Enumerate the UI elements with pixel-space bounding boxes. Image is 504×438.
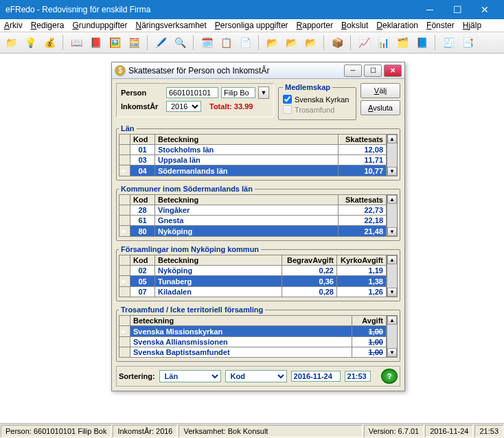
table-row: ▸Svenska Missionskyrkan1,00	[119, 326, 387, 337]
toolbar-icon[interactable]: 📂	[302, 34, 319, 51]
toolbar-icon[interactable]: 📂	[283, 34, 299, 51]
menu-arkiv[interactable]: Arkiv	[4, 21, 23, 30]
status-verksamhet: Verksamhet: Bok Konsult	[179, 425, 362, 437]
toolbar: 📁 💡 💰 📖 📕 🖼️ 🧮 🖊️ 🔍 🗓️ 📋 📄 📂 📂 📂 📦 📈 📊 🗂…	[0, 32, 504, 54]
sort-time[interactable]	[345, 371, 371, 382]
toolbar-icon[interactable]: 📖	[68, 34, 84, 51]
menu-bokslut[interactable]: Bokslut	[341, 21, 368, 30]
menu-bar: Arkiv Redigera Grunduppgifter Näringsver…	[0, 19, 504, 32]
status-bar: Person: 6601010101 Filip Bok InkomstÅr: …	[0, 423, 504, 438]
status-date: 2016-11-24	[425, 425, 473, 437]
toolbar-icon[interactable]: 📦	[329, 34, 345, 51]
valj-button[interactable]: Välj	[360, 83, 400, 98]
toolbar-icon[interactable]: 🧾	[440, 34, 457, 51]
toolbar-icon[interactable]: 💡	[22, 34, 38, 51]
toolbar-icon[interactable]: 🗂️	[394, 34, 411, 51]
kommun-group: Kommuner inom Södermanlands län KodBetec…	[116, 185, 400, 241]
toolbar-icon[interactable]: 📕	[87, 34, 104, 51]
toolbar-icon[interactable]: 🖊️	[152, 34, 169, 51]
app-title: eFRedo - Redovisning för enskild Firma	[5, 5, 416, 14]
menu-naringsverksamhet[interactable]: Näringsverksamhet	[135, 21, 206, 30]
toolbar-icon[interactable]: 🔍	[172, 34, 188, 51]
toolbar-icon[interactable]: 🗓️	[198, 34, 215, 51]
year-label: InkomstÅr	[121, 102, 163, 111]
dialog-title: Skattesatser för Person och InkomstÅr	[128, 66, 342, 76]
table-row: 61Gnesta22,18	[119, 216, 387, 226]
person-dropdown-button[interactable]: ▼	[258, 87, 269, 99]
forsamling-table[interactable]: KodBeteckningBegravAvgiftKyrkoAvgift 02N…	[119, 255, 387, 297]
dialog-minimize[interactable]: ─	[344, 65, 362, 77]
table-row: Svenska Baptistsamfundet1,00	[119, 347, 387, 358]
status-time: 21:53	[474, 425, 503, 437]
trosamfund-legend: Trosamfund / Icke territoriell församlin…	[119, 306, 265, 314]
dialog-close[interactable]: ✕	[384, 65, 402, 77]
table-row: ▸04Södermanlands län10,77	[119, 165, 387, 176]
table-row: ▸05Tunaberg0,361,38	[119, 276, 387, 287]
sort-date[interactable]	[291, 371, 341, 382]
menu-fonster[interactable]: Fönster	[426, 21, 455, 30]
dialog-icon: $	[115, 65, 126, 76]
table-row: 07Kiladalen0,281,26	[119, 287, 387, 297]
trosamfund-table[interactable]: BeteckningAvgift ▸Svenska Missionskyrkan…	[119, 315, 387, 358]
toolbar-icon[interactable]: 📄	[237, 34, 253, 51]
close-button[interactable]: ✕	[471, 0, 499, 19]
table-row: 01Stockholms län12,08	[119, 145, 387, 155]
forsamling-legend: Församlingar inom Nyköping kommun	[119, 245, 261, 253]
forsamling-group: Församlingar inom Nyköping kommun KodBet…	[116, 245, 400, 301]
dialog-titlebar[interactable]: $ Skattesatser för Person och InkomstÅr …	[112, 62, 404, 79]
menu-hjalp[interactable]: Hjälp	[463, 21, 481, 30]
svk-label: Svenska Kyrkan	[295, 95, 349, 104]
toolbar-icon[interactable]: 💰	[41, 34, 58, 51]
menu-rapporter[interactable]: Rapporter	[297, 21, 333, 30]
minimize-button[interactable]: ─	[416, 0, 444, 19]
dialog-maximize[interactable]: ☐	[364, 65, 382, 77]
sort-select-2[interactable]: Kod	[225, 370, 287, 382]
person-id-input[interactable]	[166, 87, 218, 98]
table-row: ▸80Nyköping21,48	[119, 226, 387, 237]
scrollbar[interactable]: ▲▼	[387, 315, 398, 358]
table-row: 02Nyköping0,221,19	[119, 266, 387, 276]
svk-checkbox[interactable]	[283, 95, 292, 104]
table-row: 03Uppsala län11,71	[119, 155, 387, 165]
tros-label: Trosamfund	[295, 106, 334, 114]
person-name-input[interactable]	[221, 87, 255, 98]
sort-bar: Sortering: Län Kod ?	[116, 366, 400, 387]
toolbar-icon[interactable]: 🖼️	[106, 34, 123, 51]
trosamfund-group: Trosamfund / Icke territoriell församlin…	[116, 306, 400, 362]
table-row: 28Vingåker22,73	[119, 205, 387, 216]
toolbar-icon[interactable]: 📘	[413, 34, 430, 51]
tax-dialog: $ Skattesatser för Person och InkomstÅr …	[111, 62, 405, 391]
status-person: Person: 6601010101 Filip Bok	[1, 425, 111, 437]
toolbar-icon[interactable]: 📁	[3, 34, 19, 51]
menu-personliga[interactable]: Personliga uppgifter	[215, 21, 288, 30]
main-titlebar: eFRedo - Redovisning för enskild Firma ─…	[0, 0, 504, 19]
menu-deklaration[interactable]: Deklaration	[376, 21, 418, 30]
scrollbar[interactable]: ▲▼	[387, 255, 398, 297]
membership-legend: Medlemskap	[283, 83, 332, 91]
sort-label: Sortering:	[119, 372, 155, 380]
toolbar-icon[interactable]: 📈	[356, 34, 372, 51]
maximize-button[interactable]: ☐	[444, 0, 471, 19]
avsluta-button[interactable]: Avsluta	[360, 100, 400, 115]
lan-legend: Län	[119, 124, 137, 132]
toolbar-icon[interactable]: 📋	[218, 34, 234, 51]
lan-table[interactable]: KodBeteckningSkattesats 01Stockholms län…	[119, 134, 387, 176]
table-row: Svenska Alliansmissionen1,00	[119, 337, 387, 347]
status-version: Version: 6.7.01	[364, 425, 424, 437]
menu-grunduppgifter[interactable]: Grunduppgifter	[72, 21, 127, 30]
toolbar-icon[interactable]: 🧮	[126, 34, 142, 51]
lan-group: Län KodBeteckningSkattesats 01Stockholms…	[116, 124, 400, 181]
scrollbar[interactable]: ▲▼	[387, 194, 398, 237]
tros-checkbox	[283, 105, 292, 114]
toolbar-icon[interactable]: 📑	[459, 34, 476, 51]
year-select[interactable]: 2016	[166, 101, 201, 112]
sort-select-1[interactable]: Län	[159, 370, 221, 382]
person-label: Person	[121, 89, 163, 97]
toolbar-icon[interactable]: 📊	[375, 34, 391, 51]
person-panel: Person ▼ InkomstÅr 2016 Totalt: 33.99	[116, 83, 274, 117]
kommun-table[interactable]: KodBeteckningSkattesats 28Vingåker22,73 …	[119, 194, 387, 237]
toolbar-icon[interactable]: 📂	[264, 34, 280, 51]
scrollbar[interactable]: ▲▼	[387, 134, 398, 176]
help-icon[interactable]: ?	[381, 369, 398, 384]
menu-redigera[interactable]: Redigera	[31, 21, 65, 30]
